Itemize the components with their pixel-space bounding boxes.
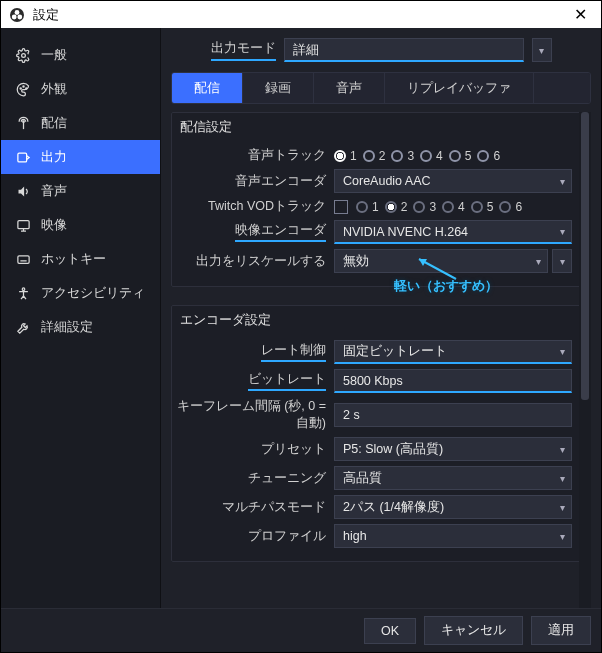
twitch-vod-row: Twitch VODトラック 1 2 3 4 5 6 <box>176 198 586 215</box>
sidebar-item-audio[interactable]: 音声 <box>1 174 160 208</box>
audio-encoder-label: 音声エンコーダ <box>176 173 326 190</box>
audio-icon <box>15 184 31 199</box>
sidebar-item-hotkeys[interactable]: ホットキー <box>1 242 160 276</box>
app-icon <box>9 7 25 23</box>
sidebar-item-label: 配信 <box>41 114 67 132</box>
profile-select[interactable]: high <box>334 524 572 548</box>
sidebar-item-output[interactable]: 出力 <box>1 140 160 174</box>
video-encoder-select[interactable]: NVIDIA NVENC H.264 <box>334 220 572 244</box>
sidebar-item-label: 出力 <box>41 148 67 166</box>
close-icon[interactable]: ✕ <box>568 5 593 24</box>
preset-label: プリセット <box>176 441 326 458</box>
twitch-vod-radios: 1 2 3 4 5 6 <box>356 200 586 214</box>
tuning-row: チューニング 高品質 <box>176 466 586 490</box>
ok-button[interactable]: OK <box>364 618 416 644</box>
multipass-row: マルチパスモード 2パス (1/4解像度) <box>176 495 586 519</box>
gear-icon <box>15 48 31 63</box>
twitch-vod-checkbox[interactable] <box>334 200 348 214</box>
keyboard-icon <box>15 252 31 267</box>
audio-track-row: 音声トラック 1 2 3 4 5 6 <box>176 147 586 164</box>
keyframe-label: キーフレーム間隔 (秒, 0 = 自動) <box>176 398 326 432</box>
svg-point-4 <box>21 53 25 57</box>
twitch-vod-label: Twitch VODトラック <box>176 198 326 215</box>
svg-point-3 <box>17 14 22 19</box>
settings-scroll: 配信設定 音声トラック 1 2 3 4 5 6 音声エンコーダ <box>171 112 591 608</box>
audio-track-5[interactable]: 5 <box>449 149 472 163</box>
output-mode-label: 出力モード <box>211 39 276 61</box>
rate-control-label: レート制御 <box>261 342 326 362</box>
tuning-label: チューニング <box>176 470 326 487</box>
stream-settings-group: 配信設定 音声トラック 1 2 3 4 5 6 音声エンコーダ <box>171 112 591 287</box>
sidebar: 一般 外観 配信 出力 音声 映像 <box>1 28 161 608</box>
output-mode-dropdown-icon[interactable]: ▾ <box>532 38 552 62</box>
profile-row: プロファイル high <box>176 524 586 548</box>
multipass-select[interactable]: 2パス (1/4解像度) <box>334 495 572 519</box>
svg-point-1 <box>15 10 20 15</box>
output-tabs: 配信 録画 音声 リプレイバッファ <box>171 72 591 104</box>
svg-point-8 <box>22 120 24 122</box>
sidebar-item-label: ホットキー <box>41 250 106 268</box>
rescale-dropdown-icon[interactable]: ▾ <box>552 249 572 273</box>
bitrate-field[interactable]: 5800 Kbps <box>334 369 572 393</box>
sidebar-item-accessibility[interactable]: アクセシビリティ <box>1 276 160 310</box>
output-mode-row: 出力モード 詳細 ▾ <box>171 38 591 62</box>
sidebar-item-appearance[interactable]: 外観 <box>1 72 160 106</box>
sidebar-item-label: アクセシビリティ <box>41 284 145 302</box>
encoder-settings-group: エンコーダ設定 レート制御 固定ビットレート ビットレート 5800 Kbps … <box>171 305 591 562</box>
keyframe-field[interactable]: 2 s <box>334 403 572 427</box>
tab-audio[interactable]: 音声 <box>314 73 385 103</box>
sidebar-item-video[interactable]: 映像 <box>1 208 160 242</box>
twitch-vod-track-3[interactable]: 3 <box>413 200 436 214</box>
bitrate-row: ビットレート 5800 Kbps <box>176 369 586 393</box>
audio-track-3[interactable]: 3 <box>391 149 414 163</box>
apply-button[interactable]: 適用 <box>531 616 591 645</box>
cancel-button[interactable]: キャンセル <box>424 616 523 645</box>
rescale-select[interactable]: 無効 <box>334 249 548 273</box>
audio-track-2[interactable]: 2 <box>363 149 386 163</box>
audio-track-1[interactable]: 1 <box>334 149 357 163</box>
sidebar-item-stream[interactable]: 配信 <box>1 106 160 140</box>
tuning-select[interactable]: 高品質 <box>334 466 572 490</box>
audio-encoder-row: 音声エンコーダ CoreAudio AAC <box>176 169 586 193</box>
svg-point-6 <box>22 85 23 86</box>
audio-encoder-select[interactable]: CoreAudio AAC <box>334 169 572 193</box>
output-mode-select[interactable]: 詳細 <box>284 38 524 62</box>
svg-rect-9 <box>17 153 26 162</box>
sidebar-item-label: 詳細設定 <box>41 318 93 336</box>
palette-icon <box>15 82 31 97</box>
monitor-icon <box>15 218 31 233</box>
audio-track-4[interactable]: 4 <box>420 149 443 163</box>
svg-point-12 <box>22 287 25 290</box>
sidebar-item-label: 映像 <box>41 216 67 234</box>
main-panel: 出力モード 詳細 ▾ 配信 録画 音声 リプレイバッファ 配信設定 <box>161 28 601 608</box>
profile-label: プロファイル <box>176 528 326 545</box>
twitch-vod-track-6[interactable]: 6 <box>499 200 522 214</box>
sidebar-item-advanced[interactable]: 詳細設定 <box>1 310 160 344</box>
rate-control-select[interactable]: 固定ビットレート <box>334 340 572 364</box>
accessibility-icon <box>15 286 31 301</box>
video-encoder-label: 映像エンコーダ <box>235 222 326 242</box>
audio-track-6[interactable]: 6 <box>477 149 500 163</box>
rescale-row: 出力をリスケールする 無効 ▾ 軽い（おすすめ） <box>176 249 586 273</box>
twitch-vod-track-1[interactable]: 1 <box>356 200 379 214</box>
video-encoder-row: 映像エンコーダ NVIDIA NVENC H.264 <box>176 220 586 244</box>
tools-icon <box>15 320 31 335</box>
twitch-vod-track-2[interactable]: 2 <box>385 200 408 214</box>
tab-streaming[interactable]: 配信 <box>172 73 243 103</box>
sidebar-item-general[interactable]: 一般 <box>1 38 160 72</box>
tab-recording[interactable]: 録画 <box>243 73 314 103</box>
sidebar-item-label: 一般 <box>41 46 67 64</box>
multipass-label: マルチパスモード <box>176 499 326 516</box>
twitch-vod-track-5[interactable]: 5 <box>471 200 494 214</box>
dialog-footer: OK キャンセル 適用 <box>1 608 601 652</box>
sidebar-item-label: 音声 <box>41 182 67 200</box>
twitch-vod-track-4[interactable]: 4 <box>442 200 465 214</box>
preset-row: プリセット P5: Slow (高品質) <box>176 437 586 461</box>
scrollbar[interactable] <box>579 112 591 608</box>
window-frame: 一般 外観 配信 出力 音声 映像 <box>0 28 602 653</box>
rescale-label: 出力をリスケールする <box>176 253 326 270</box>
window-title: 設定 <box>33 6 59 24</box>
preset-select[interactable]: P5: Slow (高品質) <box>334 437 572 461</box>
tab-replay-buffer[interactable]: リプレイバッファ <box>385 73 534 103</box>
keyframe-row: キーフレーム間隔 (秒, 0 = 自動) 2 s <box>176 398 586 432</box>
